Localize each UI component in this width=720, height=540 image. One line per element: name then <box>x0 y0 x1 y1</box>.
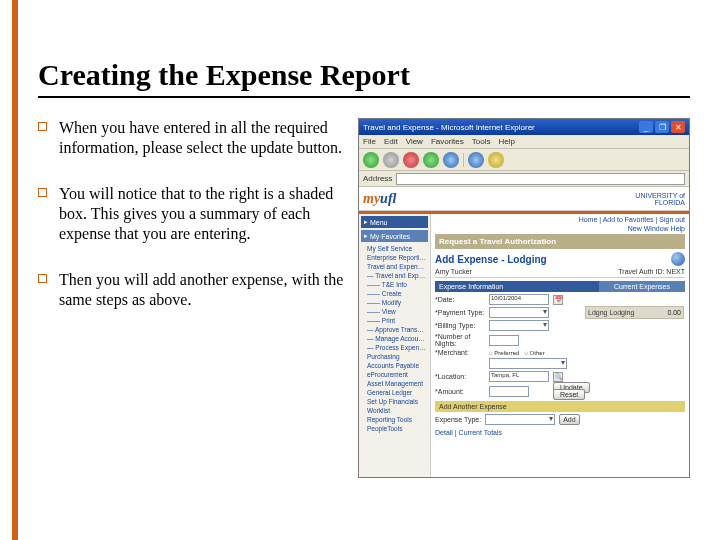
menu-edit[interactable]: Edit <box>384 137 398 146</box>
amount-input[interactable] <box>489 386 529 397</box>
date-input[interactable]: 10/01/2004 <box>489 294 549 305</box>
calendar-icon[interactable]: 📅 <box>553 295 563 305</box>
embedded-screenshot: Travel and Expense - Microsoft Internet … <box>358 118 690 478</box>
back-icon[interactable] <box>363 152 379 168</box>
menu-tools[interactable]: Tools <box>472 137 491 146</box>
content-row: When you have entered in all the require… <box>38 118 690 478</box>
site-header: myufl UNIVERSITY of FLORIDA <box>359 187 689 211</box>
location-lookup-icon[interactable]: 🔍 <box>553 372 563 382</box>
window-close-button[interactable]: ✕ <box>671 121 685 133</box>
label-amount: *Amount: <box>435 388 485 395</box>
sidebar-item[interactable]: —— T&E Info <box>361 280 428 289</box>
sub-info: Amy Tucker Travel Auth ID: NEXT <box>435 268 685 278</box>
bullet-item: Then you will add another expense, with … <box>38 270 348 310</box>
sidebar-item[interactable]: —— Create <box>361 289 428 298</box>
slide-title: Creating the Expense Report <box>38 58 690 98</box>
label-payment: *Payment Type: <box>435 309 485 316</box>
new-window-link[interactable]: New Window Help <box>435 225 685 232</box>
bullet-list: When you have entered in all the require… <box>38 118 348 478</box>
slide-content: Creating the Expense Report When you hav… <box>0 0 720 508</box>
search-icon[interactable] <box>468 152 484 168</box>
university-label: UNIVERSITY of FLORIDA <box>635 192 685 206</box>
sidebar-item[interactable]: —— Print <box>361 316 428 325</box>
sidebar-item[interactable]: Accounts Payable <box>361 361 428 370</box>
bullet-square-icon <box>38 274 47 283</box>
bullet-text: Then you will add another expense, with … <box>59 270 348 310</box>
menu-file[interactable]: File <box>363 137 376 146</box>
sidebar-item[interactable]: Purchasing <box>361 352 428 361</box>
summary-amount: 0.00 <box>667 309 681 316</box>
forward-icon[interactable] <box>383 152 399 168</box>
address-bar: Address <box>359 171 689 187</box>
sidebar-item[interactable]: Asset Management <box>361 379 428 388</box>
sidebar-item[interactable]: Worklist <box>361 406 428 415</box>
merchant-preferred-radio[interactable]: ○ Preferred <box>489 350 519 356</box>
browser-menubar: File Edit View Favorites Tools Help <box>359 135 689 149</box>
refresh-icon[interactable] <box>423 152 439 168</box>
home-icon[interactable] <box>443 152 459 168</box>
bullet-item: When you have entered in all the require… <box>38 118 348 158</box>
address-label: Address <box>363 174 392 183</box>
sidebar-item[interactable]: — Manage Accounting <box>361 334 428 343</box>
add-expense-row: Expense Type: Add <box>435 414 685 425</box>
sidebar-item[interactable]: PeopleTools <box>361 424 428 433</box>
payment-type-select[interactable] <box>489 307 549 318</box>
sidebar-item[interactable]: My Self Service <box>361 244 428 253</box>
sidebar-header-favorites[interactable]: ▸ My Favorites <box>361 230 428 242</box>
auth-id: Travel Auth ID: NEXT <box>618 268 685 275</box>
bullet-text: When you have entered in all the require… <box>59 118 348 158</box>
main-pane: Home | Add to Favorites | Sign out New W… <box>431 214 689 477</box>
page-heading: Add Expense - Lodging <box>435 252 685 266</box>
expense-type-select[interactable] <box>485 414 555 425</box>
menu-view[interactable]: View <box>406 137 423 146</box>
bullet-square-icon <box>38 122 47 131</box>
section-bar: Expense Information Current Expenses <box>435 281 685 292</box>
label-nights: *Number of Nights: <box>435 333 485 347</box>
label-location: *Location: <box>435 373 485 380</box>
bullet-square-icon <box>38 188 47 197</box>
sidebar-item[interactable]: —— Modify <box>361 298 428 307</box>
sidebar-item[interactable]: Set Up Financials <box>361 397 428 406</box>
browser-toolbar <box>359 149 689 171</box>
detail-totals-link[interactable]: Detail | Current Totals <box>435 429 685 436</box>
favorites-icon[interactable] <box>488 152 504 168</box>
address-input[interactable] <box>396 173 685 185</box>
window-maximize-button[interactable]: ❐ <box>655 121 669 133</box>
traveler-name: Amy Tucker <box>435 268 472 275</box>
section-expense-info: Expense Information <box>435 281 599 292</box>
merchant-select[interactable] <box>489 358 567 369</box>
nights-input[interactable] <box>489 335 519 346</box>
summary-type: Ldgng Lodging <box>588 309 634 316</box>
sidebar-item[interactable]: General Ledger <box>361 388 428 397</box>
top-links[interactable]: Home | Add to Favorites | Sign out <box>435 216 685 223</box>
sidebar-item[interactable]: — Approve Transactions <box>361 325 428 334</box>
add-button[interactable]: Add <box>559 414 579 425</box>
sidebar-item[interactable]: Enterprise Reporting <box>361 253 428 262</box>
sidebar-item[interactable]: Reporting Tools <box>361 415 428 424</box>
billing-type-select[interactable] <box>489 320 549 331</box>
menu-favorites[interactable]: Favorites <box>431 137 464 146</box>
sidebar-item[interactable]: — Travel and Expense <box>361 271 428 280</box>
label-date: *Date: <box>435 296 485 303</box>
browser-title: Travel and Expense - Microsoft Internet … <box>363 123 535 132</box>
merchant-radios: ○ Preferred ○ Other <box>489 350 581 356</box>
sidebar-item[interactable]: eProcurement <box>361 370 428 379</box>
sidebar-item[interactable]: —— View <box>361 307 428 316</box>
sidebar-item[interactable]: — Process Expenses <box>361 343 428 352</box>
menu-help[interactable]: Help <box>498 137 514 146</box>
expense-form: *Date: 10/01/2004 📅 Ldgng Lodging 0.00 *… <box>435 294 685 398</box>
location-input[interactable]: Tampa, FL <box>489 371 549 382</box>
sidebar-header-menu[interactable]: ▸ Menu <box>361 216 428 228</box>
reset-button[interactable]: Reset <box>553 389 585 400</box>
bullet-text: You will notice that to the right is a s… <box>59 184 348 244</box>
globe-icon <box>671 252 685 266</box>
merchant-other-radio[interactable]: ○ Other <box>524 350 544 356</box>
window-minimize-button[interactable]: _ <box>639 121 653 133</box>
bullet-item: You will notice that to the right is a s… <box>38 184 348 244</box>
current-expenses-summary: Ldgng Lodging 0.00 <box>585 306 684 319</box>
slide-accent-bar <box>12 0 18 540</box>
stop-icon[interactable] <box>403 152 419 168</box>
nav-sidebar: ▸ Menu ▸ My Favorites My Self Service En… <box>359 214 431 477</box>
site-logo: myufl <box>363 191 396 207</box>
sidebar-item[interactable]: Travel and Expenses <box>361 262 428 271</box>
